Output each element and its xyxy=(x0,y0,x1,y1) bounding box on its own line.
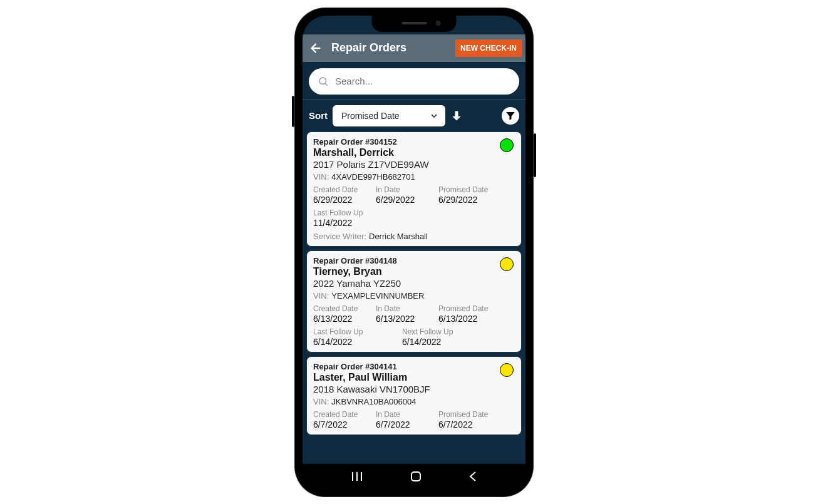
search-bar[interactable] xyxy=(309,68,519,95)
recent-icon xyxy=(351,471,363,481)
status-indicator xyxy=(500,138,514,152)
customer-name: Laster, Paul William xyxy=(313,372,515,383)
created-date-label: Created Date xyxy=(313,410,368,419)
created-date-value: 6/13/2022 xyxy=(313,314,368,324)
dates-row: Created Date6/29/2022 In Date6/29/2022 P… xyxy=(313,185,515,205)
search-icon xyxy=(318,76,329,87)
vin-row: VIN:4XAVDE997HB682701 xyxy=(313,172,515,182)
phone-notch xyxy=(372,14,457,32)
sort-selected-value: Promised Date xyxy=(341,111,400,121)
service-writer-value: Derrick Marshall xyxy=(369,232,428,241)
service-writer-row: Service Writer:Derrick Marshall xyxy=(313,232,515,241)
status-indicator xyxy=(500,257,514,271)
created-date-label: Created Date xyxy=(313,185,368,194)
home-icon xyxy=(410,471,422,482)
order-card[interactable]: Repair Order #304141 Laster, Paul Willia… xyxy=(306,356,522,435)
promised-date-value: 6/29/2022 xyxy=(438,195,494,205)
sort-row: Sort Promised Date xyxy=(303,100,525,131)
last-followup-value: 11/4/2022 xyxy=(313,218,395,228)
next-followup-label: Next Follow Up xyxy=(402,327,484,336)
arrow-down-icon xyxy=(450,110,463,122)
repair-order-number: Repair Order #304148 xyxy=(313,256,515,265)
created-date-value: 6/29/2022 xyxy=(313,195,368,205)
service-writer-label: Service Writer: xyxy=(313,232,366,241)
promised-date-label: Promised Date xyxy=(438,410,494,419)
vin-label: VIN: xyxy=(313,172,329,182)
in-date-value: 6/13/2022 xyxy=(376,314,431,324)
last-followup-label: Last Follow Up xyxy=(313,327,395,336)
order-list: Repair Order #304152 Marshall, Derrick 2… xyxy=(303,131,525,489)
chevron-left-icon xyxy=(468,471,477,482)
created-date-value: 6/7/2022 xyxy=(313,419,368,429)
sort-dropdown[interactable]: Promised Date xyxy=(333,105,445,126)
new-checkin-button[interactable]: NEW CHECK-IN xyxy=(455,39,522,57)
vin-row: VIN:JKBVNRA10BA006004 xyxy=(313,397,515,406)
followup-row: Last Follow Up6/14/2022Next Follow Up6/1… xyxy=(313,327,515,347)
repair-order-number: Repair Order #304141 xyxy=(313,362,515,371)
status-indicator xyxy=(500,363,514,377)
recent-apps-button[interactable] xyxy=(351,471,363,481)
vin-label: VIN: xyxy=(313,291,329,301)
promised-date-value: 6/7/2022 xyxy=(438,419,494,429)
back-button[interactable] xyxy=(309,41,323,55)
filter-button[interactable] xyxy=(502,107,519,125)
svg-point-1 xyxy=(319,78,326,85)
speaker-slot xyxy=(401,22,427,24)
home-button[interactable] xyxy=(410,471,422,482)
in-date-label: In Date xyxy=(376,185,431,194)
last-followup-label: Last Follow Up xyxy=(313,208,395,217)
app-screen: Repair Orders NEW CHECK-IN Sort Promised… xyxy=(303,16,525,489)
svg-line-2 xyxy=(325,83,327,85)
search-section xyxy=(303,62,525,100)
arrow-left-icon xyxy=(309,41,323,55)
vin-row: VIN:YEXAMPLEVINNUMBER xyxy=(313,291,515,301)
order-card[interactable]: Repair Order #304152 Marshall, Derrick 2… xyxy=(306,131,522,247)
in-date-label: In Date xyxy=(376,304,431,313)
android-nav-bar xyxy=(303,464,525,489)
chevron-down-icon xyxy=(429,111,439,121)
svg-rect-6 xyxy=(411,472,420,481)
sort-direction-button[interactable] xyxy=(450,110,463,122)
in-date-value: 6/7/2022 xyxy=(376,419,431,429)
vehicle-description: 2017 Polaris Z17VDE99AW xyxy=(313,159,515,170)
page-title: Repair Orders xyxy=(331,41,455,54)
sort-label: Sort xyxy=(309,110,328,121)
phone-frame: Repair Orders NEW CHECK-IN Sort Promised… xyxy=(295,8,533,496)
order-card[interactable]: Repair Order #304148 Tierney, Bryan 2022… xyxy=(306,250,522,352)
vin-label: VIN: xyxy=(313,397,329,406)
promised-date-label: Promised Date xyxy=(438,304,494,313)
app-header: Repair Orders NEW CHECK-IN xyxy=(303,34,525,62)
back-nav-button[interactable] xyxy=(468,471,477,482)
vin-value: YEXAMPLEVINNUMBER xyxy=(331,291,424,301)
search-input[interactable] xyxy=(335,76,510,86)
filter-icon xyxy=(505,110,516,121)
created-date-label: Created Date xyxy=(313,304,368,313)
promised-date-value: 6/13/2022 xyxy=(438,314,494,324)
vehicle-description: 2022 Yamaha YZ250 xyxy=(313,278,515,289)
front-camera xyxy=(436,21,441,26)
followup-row: Last Follow Up11/4/2022 xyxy=(313,208,515,228)
vin-value: JKBVNRA10BA006004 xyxy=(331,397,416,406)
in-date-label: In Date xyxy=(376,410,431,419)
last-followup-value: 6/14/2022 xyxy=(313,337,395,347)
customer-name: Tierney, Bryan xyxy=(313,266,515,277)
vin-value: 4XAVDE997HB682701 xyxy=(331,172,415,182)
customer-name: Marshall, Derrick xyxy=(313,147,515,158)
repair-order-number: Repair Order #304152 xyxy=(313,137,515,147)
promised-date-label: Promised Date xyxy=(438,185,494,194)
dates-row: Created Date6/13/2022 In Date6/13/2022 P… xyxy=(313,304,515,324)
dates-row: Created Date6/7/2022 In Date6/7/2022 Pro… xyxy=(313,410,515,429)
vehicle-description: 2018 Kawasaki VN1700BJF xyxy=(313,384,515,394)
next-followup-value: 6/14/2022 xyxy=(402,337,484,347)
in-date-value: 6/29/2022 xyxy=(376,195,431,205)
